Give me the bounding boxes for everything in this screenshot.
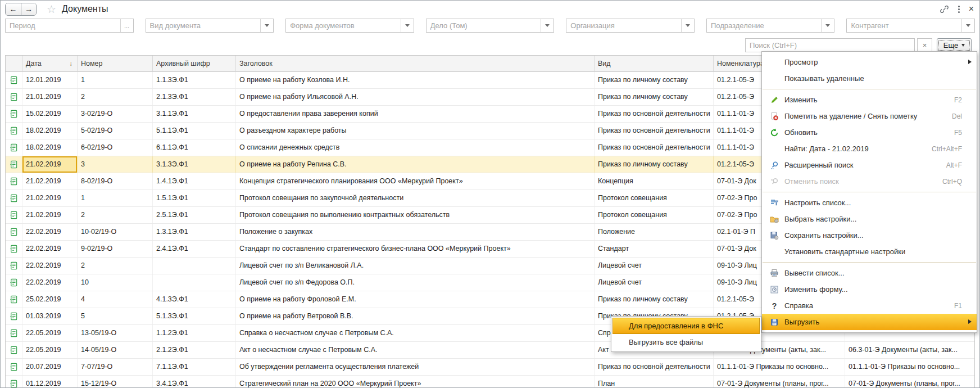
cell-date[interactable]: 15.02.2019 <box>22 106 78 122</box>
cell-date[interactable]: 25.02.2019 <box>22 291 78 308</box>
cell-nomenclature[interactable]: 07-01-Э Документы (планы, прог... <box>714 376 845 388</box>
cell-title[interactable]: Протокол совещания по выполнению контрак… <box>236 207 595 223</box>
cell-date[interactable]: 01.12.2019 <box>22 376 78 388</box>
cell-title[interactable]: О приеме на работу Фроловой Е.М. <box>236 291 595 308</box>
table-row[interactable]: 20.07.2019 7-07/19-О 7.1.1Э.Ф1 Об утверж… <box>6 359 974 376</box>
cell-kind[interactable]: Лицевой счет <box>595 258 714 274</box>
menu-item-choose-settings[interactable]: Выбрать настройки... <box>762 211 977 227</box>
cell-date[interactable]: 22.02.2019 <box>22 258 78 274</box>
cell-date[interactable]: 21.02.2019 <box>22 156 78 173</box>
cell-date[interactable]: 22.02.2019 <box>22 274 78 291</box>
cell-title[interactable]: Акт о несчастном случае с Петровым С.А. <box>236 342 595 358</box>
cell-date[interactable]: 22.05.2019 <box>22 325 78 341</box>
cell-title[interactable]: Протокол совещания по закупочной деятель… <box>236 190 595 206</box>
cell-archive-code[interactable] <box>153 274 236 291</box>
cell-number[interactable]: 1 <box>78 72 153 88</box>
cell-number[interactable]: 9-02/19-О <box>78 241 153 257</box>
doc-form-input[interactable] <box>286 19 401 32</box>
cell-number[interactable]: 5-02/19-О <box>78 123 153 139</box>
cell-date[interactable]: 21.02.2019 <box>22 173 78 190</box>
cell-number[interactable]: 6-02/19-О <box>78 139 153 156</box>
menu-item-print-list[interactable]: Вывести список... <box>762 265 977 281</box>
menu-item-refresh[interactable]: Обновить F5 <box>762 124 977 141</box>
cell-title[interactable]: Стратегический план на 2020 ООО «Меркури… <box>236 376 595 388</box>
cell-title[interactable]: Положение о закупках <box>236 224 595 240</box>
menu-item-save-settings[interactable]: Сохранить настройки... <box>762 227 977 243</box>
cell-archive-code[interactable]: 5.1.3Э.Ф1 <box>153 308 236 324</box>
cell-date[interactable]: 22.02.2019 <box>22 224 78 240</box>
cell-date[interactable]: 18.02.2019 <box>22 123 78 139</box>
cell-kind[interactable]: Приказ по основной деятельности <box>595 123 714 139</box>
menu-item-find[interactable]: Найти: Дата - 21.02.2019 Ctrl+Alt+F <box>762 141 977 157</box>
cell-kind[interactable]: Протокол совещания <box>595 190 714 206</box>
cell-title[interactable]: О предоставлении права заверения копий <box>236 106 595 122</box>
cell-date[interactable]: 22.05.2019 <box>22 342 78 358</box>
department-dropdown-button[interactable] <box>821 19 834 32</box>
cell-number[interactable]: 15-12/19-О <box>78 376 153 388</box>
column-header-number[interactable]: Номер <box>78 56 153 72</box>
cell-title[interactable]: Концепция стратегического планирования О… <box>236 173 595 190</box>
cell-title[interactable]: О разъездном характере работы <box>236 123 595 139</box>
cell-title[interactable]: О списании денежных средств <box>236 139 595 156</box>
close-icon[interactable]: × <box>969 4 974 13</box>
clear-search-button[interactable]: × <box>917 38 932 52</box>
cell-kind[interactable]: Приказ по личному составу <box>595 156 714 173</box>
cell-archive-code[interactable]: 6.1.1Э.Ф1 <box>153 139 236 156</box>
organization-input[interactable] <box>566 19 681 32</box>
cell-nomenclature[interactable]: 01.1.1-01-Э Приказы по основно... <box>714 359 845 375</box>
table-row[interactable]: 01.12.2019 15-12/19-О 3.4.1Э.Ф1 Стратеги… <box>6 376 974 388</box>
cell-title[interactable]: О приеме на работу Козлова И.Н. <box>236 72 595 88</box>
back-button[interactable]: ← <box>6 3 21 15</box>
cell-kind[interactable]: Приказ по основной деятельности <box>595 106 714 122</box>
cell-number[interactable]: 1 <box>78 190 153 206</box>
doc-kind-input[interactable] <box>146 19 261 32</box>
cell-date[interactable]: 21.02.2019 <box>22 190 78 206</box>
cell-number[interactable]: 10 <box>78 274 153 291</box>
link-icon[interactable] <box>940 4 949 14</box>
cell-archive-code[interactable]: 2.1.2Э.Ф1 <box>153 342 236 358</box>
case-dropdown-button[interactable] <box>541 19 553 32</box>
cell-title[interactable]: Справка о несчастном случае с Петровым С… <box>236 325 595 341</box>
cell-kind[interactable]: Положение <box>595 224 714 240</box>
cell-archive-code[interactable]: 5.1.1Э.Ф1 <box>153 123 236 139</box>
cell-archive-code[interactable]: 3.1.1Э.Ф1 <box>153 106 236 122</box>
period-picker-button[interactable]: ... <box>120 19 133 32</box>
cell-archive-code[interactable]: 4.1.3Э.Ф1 <box>153 291 236 308</box>
column-header-archive-code[interactable]: Архивный шифр <box>153 56 236 72</box>
cell-archive-code[interactable]: 3.4.1Э.Ф1 <box>153 376 236 388</box>
cell-archive-code[interactable]: 1.1.2Э.Ф1 <box>153 325 236 341</box>
column-header-kind[interactable]: Вид <box>595 56 714 72</box>
cell-kind[interactable]: Приказ по личному составу <box>595 89 714 105</box>
cell-number[interactable]: 8-02/19-О <box>78 173 153 190</box>
menu-item-configure-list[interactable]: Настроить список... <box>762 195 977 211</box>
department-input[interactable] <box>707 19 822 32</box>
column-header-date[interactable]: Дата↓ <box>22 56 78 72</box>
cell-title[interactable]: О приеме на работу Ильясовой А.Н. <box>236 89 595 105</box>
cell-number[interactable]: 2 <box>78 89 153 105</box>
table-row[interactable]: 22.05.2019 14-05/19-О 2.1.2Э.Ф1 Акт о не… <box>6 342 974 359</box>
menu-item-help[interactable]: ? Справка F1 <box>762 297 977 314</box>
cell-date[interactable]: 22.02.2019 <box>22 241 78 257</box>
cell-kind[interactable]: Протокол совещания <box>595 207 714 223</box>
cell-number[interactable]: 7-07/19-О <box>78 359 153 375</box>
cell-kind[interactable]: Приказ по личному составу <box>595 291 714 308</box>
cell-archive-code[interactable]: 7.1.1Э.Ф1 <box>153 359 236 375</box>
menu-item-edit[interactable]: Изменить F2 <box>762 92 977 108</box>
favorite-star-icon[interactable]: ☆ <box>47 4 56 15</box>
cell-number[interactable]: 14-05/19-О <box>78 342 153 358</box>
cell-archive-code[interactable]: 1.5.1Э.Ф1 <box>153 190 236 206</box>
counterparty-input[interactable] <box>847 19 961 32</box>
search-input[interactable] <box>746 39 914 52</box>
cell-archive-code[interactable]: 2.1.3Э.Ф1 <box>153 89 236 105</box>
submenu-item-fns-export[interactable]: Для предоставления в ФНС <box>612 318 760 334</box>
cell-archive-code[interactable]: 1.3.1Э.Ф1 <box>153 224 236 240</box>
menu-item-show-deleted[interactable]: Показывать удаленные <box>762 70 977 87</box>
submenu-item-export-all-files[interactable]: Выгрузить все файлы <box>612 334 760 350</box>
cell-number[interactable]: 4 <box>78 291 153 308</box>
cell-number[interactable]: 2 <box>78 207 153 223</box>
cell-number[interactable]: 3-02/19-О <box>78 106 153 122</box>
cell-title[interactable]: Лицевой счет по з/п Федорова О.П. <box>236 274 595 291</box>
cell-archive-code[interactable] <box>153 258 236 274</box>
cell-extra[interactable]: 01.1.1-01-Э Приказы по основно... <box>845 359 974 375</box>
cell-archive-code[interactable]: 1.1.3Э.Ф1 <box>153 72 236 88</box>
